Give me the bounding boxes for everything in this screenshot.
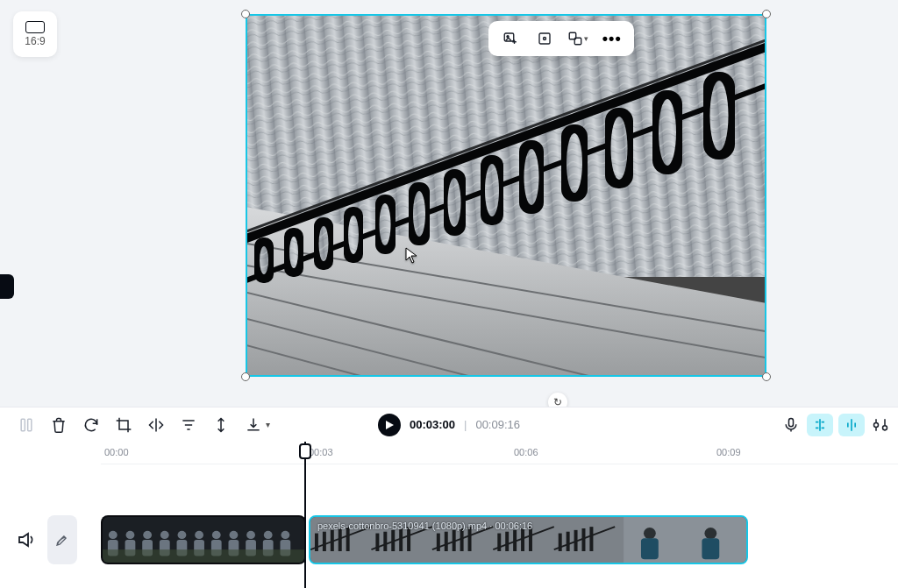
- svg-point-30: [448, 178, 461, 227]
- preview-canvas[interactable]: [246, 14, 766, 377]
- svg-rect-84: [399, 528, 403, 551]
- resize-handle-bl[interactable]: [241, 372, 250, 381]
- aspect-rect-icon: [25, 21, 45, 33]
- svg-rect-92: [505, 532, 509, 551]
- svg-point-53: [160, 531, 169, 539]
- svg-rect-86: [437, 534, 440, 551]
- canvas-floating-toolbar: ▾ •••: [488, 21, 634, 56]
- mouse-cursor: [405, 247, 417, 268]
- rotate-button[interactable]: [81, 414, 102, 436]
- svg-point-36: [710, 81, 729, 151]
- svg-point-34: [611, 117, 628, 180]
- playhead[interactable]: [304, 442, 306, 588]
- ruler-tick: 00:06: [514, 447, 538, 457]
- svg-rect-81: [375, 534, 379, 551]
- svg-point-61: [229, 531, 238, 539]
- track-edit-button[interactable]: [47, 515, 77, 564]
- svg-point-29: [413, 191, 425, 237]
- svg-rect-83: [391, 530, 395, 551]
- svg-point-59: [212, 531, 221, 539]
- svg-rect-88: [453, 530, 456, 551]
- svg-point-104: [704, 528, 716, 539]
- svg-rect-87: [445, 532, 448, 551]
- svg-point-35: [659, 99, 676, 166]
- svg-point-57: [195, 531, 203, 539]
- more-options-button[interactable]: •••: [600, 26, 624, 51]
- svg-point-31: [485, 164, 499, 216]
- svg-rect-100: [589, 527, 593, 551]
- svg-point-102: [644, 528, 656, 539]
- resize-handle-tl[interactable]: [241, 10, 250, 18]
- filters-button[interactable]: [178, 414, 199, 436]
- resize-handle-br[interactable]: [762, 372, 771, 381]
- timeline-settings-button[interactable]: [870, 414, 891, 436]
- svg-rect-45: [789, 418, 794, 426]
- preview-image: [246, 14, 766, 377]
- svg-point-28: [380, 203, 391, 245]
- aspect-ratio-button[interactable]: 16:9: [13, 11, 57, 57]
- svg-rect-77: [323, 532, 326, 551]
- svg-point-32: [524, 149, 539, 205]
- svg-point-33: [567, 133, 582, 193]
- svg-rect-79: [339, 528, 342, 551]
- svg-rect-39: [539, 33, 550, 44]
- svg-point-51: [143, 531, 152, 539]
- svg-point-65: [264, 531, 273, 539]
- svg-rect-78: [331, 530, 334, 551]
- svg-rect-44: [28, 419, 32, 430]
- time-separator: |: [464, 418, 467, 431]
- svg-point-25: [289, 237, 298, 268]
- svg-rect-93: [513, 530, 517, 551]
- delete-button[interactable]: [48, 414, 69, 436]
- download-caret-icon[interactable]: ▾: [266, 420, 270, 429]
- svg-rect-103: [641, 538, 659, 559]
- svg-rect-97: [567, 532, 570, 551]
- microphone-button[interactable]: [780, 414, 802, 436]
- crop-button[interactable]: [113, 414, 134, 436]
- svg-rect-98: [574, 530, 578, 551]
- svg-rect-105: [702, 538, 719, 559]
- svg-point-47: [109, 531, 118, 539]
- timeline-clip-2-selected[interactable]: pexels-cottonbro-5310941 (1080p).mp4 · 0…: [309, 515, 748, 564]
- ruler-tick: 00:09: [716, 447, 741, 457]
- ruler-tick: 00:03: [309, 447, 333, 457]
- timeline-panel: 00:00 00:03 00:06 00:09: [0, 442, 898, 588]
- split-clip-button[interactable]: [16, 414, 37, 436]
- left-panel-toggle[interactable]: [0, 274, 14, 299]
- resize-handle-tr[interactable]: [762, 10, 771, 18]
- play-button[interactable]: [378, 414, 401, 436]
- magnetic-snap-toggle[interactable]: [807, 414, 833, 436]
- svg-rect-94: [521, 528, 524, 551]
- fit-height-button[interactable]: [210, 414, 232, 436]
- waveform-toggle[interactable]: [838, 414, 865, 436]
- clip-label: pexels-cottonbro-5310941 (1080p).mp4 · 0…: [317, 521, 532, 531]
- focus-crop-button[interactable]: [532, 26, 557, 51]
- flip-button[interactable]: [146, 414, 167, 436]
- add-media-button[interactable]: [498, 26, 523, 51]
- ruler-tick: 00:00: [104, 447, 129, 457]
- time-ruler[interactable]: 00:00 00:03 00:06 00:09: [101, 442, 898, 464]
- svg-point-40: [543, 38, 545, 40]
- playhead-knob[interactable]: [299, 443, 311, 459]
- svg-point-55: [178, 531, 187, 539]
- total-time: 00:09:16: [475, 418, 520, 431]
- clip-thumbnails: [103, 517, 304, 563]
- current-time: 00:03:00: [410, 418, 455, 431]
- download-button[interactable]: [243, 414, 264, 436]
- svg-rect-76: [315, 534, 318, 551]
- chevron-down-icon: ▾: [584, 34, 588, 43]
- svg-rect-91: [497, 534, 501, 551]
- track-audio-toggle[interactable]: [16, 529, 37, 550]
- svg-rect-82: [383, 532, 387, 551]
- svg-point-26: [319, 226, 329, 261]
- svg-rect-99: [582, 528, 586, 551]
- playback-toolbar: ▾ 00:03:00 | 00:09:16: [0, 407, 898, 442]
- svg-rect-96: [559, 534, 562, 551]
- timeline-clip-1[interactable]: [101, 515, 306, 564]
- compose-button[interactable]: ▾: [566, 26, 590, 51]
- svg-point-63: [246, 531, 255, 539]
- video-track: pexels-cottonbro-5310941 (1080p).mp4 · 0…: [0, 515, 898, 564]
- svg-rect-69: [103, 549, 304, 563]
- svg-rect-89: [460, 528, 464, 551]
- aspect-ratio-label: 16:9: [25, 35, 45, 47]
